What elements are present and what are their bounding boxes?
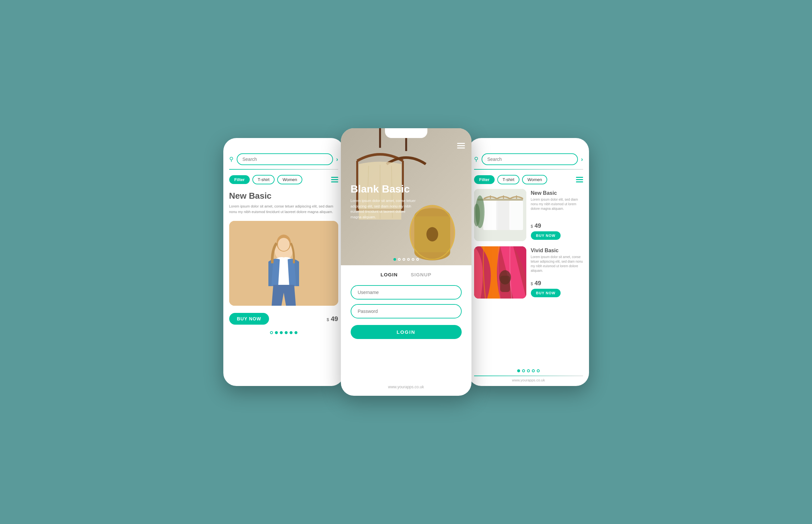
dots-row-left [223, 329, 344, 337]
phones-container: ⚲ › Filter T-shirt Women New Basic Lorem… [223, 128, 589, 396]
hero-title: Blank Basic [351, 183, 416, 195]
dot-6-left [294, 331, 298, 334]
dot-5-left [290, 331, 292, 334]
hero-dot-3 [402, 258, 405, 261]
divider-left [229, 169, 338, 170]
svg-rect-24 [483, 201, 498, 230]
center-menu-icon[interactable] [457, 143, 465, 148]
product-list-right: New Basic Lorem ipsum dolor elit, sed di… [468, 186, 589, 367]
hero-desc: Lorem ipsum dolor sit amet, conse tetuer… [351, 198, 416, 219]
product-info-2: Vivid Basic Lorem ipsum dolor sit amet, … [531, 246, 583, 298]
right-divider [474, 376, 583, 376]
rdot-1 [517, 369, 520, 372]
search-icon-left: ⚲ [229, 155, 234, 163]
fabrics-image [474, 246, 526, 298]
dot-2-left [275, 331, 278, 334]
hamburger-icon-right[interactable] [576, 177, 583, 182]
rdot-2 [522, 369, 525, 372]
arrow-right-icon-right[interactable]: › [581, 156, 583, 163]
product-item-1: New Basic Lorem ipsum dolor elit, sed di… [474, 189, 583, 241]
product-list-desc-1: Lorem ipsum dolor elit, sed diam nonu my… [531, 197, 583, 220]
hero-dot-4 [407, 258, 410, 261]
filter-row-left: Filter T-shirt Women [223, 173, 344, 186]
product-list-title-2: Vivid Basic [531, 248, 583, 253]
women-tag-left[interactable]: Women [277, 175, 302, 184]
search-bar-right: ⚲ › [468, 149, 589, 169]
filter-button-right[interactable]: Filter [474, 175, 495, 184]
product-section-left: New Basic Lorem ipsum dolor sit amet, co… [223, 186, 344, 218]
price-left: $ 49 [327, 315, 338, 323]
tshirt-tag-left[interactable]: T-shirt [252, 175, 275, 184]
login-button[interactable]: LOGIN [351, 325, 462, 339]
search-bar-left: ⚲ › [223, 149, 344, 169]
product-list-title-1: New Basic [531, 190, 583, 196]
hero-text-section: Blank Basic Lorem ipsum dolor sit amet, … [351, 183, 416, 219]
product-list-desc-2: Lorem ipsum dolor sit amet, conse tetuer… [531, 255, 583, 278]
search-input-right[interactable] [482, 153, 578, 165]
dot-3-left [280, 331, 283, 334]
women-tag-right[interactable]: Women [522, 175, 547, 184]
product-buy-button-1[interactable]: BUY NOW [531, 231, 561, 240]
right-website: www.yourapps.co.uk [468, 378, 589, 386]
signup-tab[interactable]: SIGNUP [411, 272, 432, 279]
divider-right [474, 169, 583, 170]
product-item-2: Vivid Basic Lorem ipsum dolor sit amet, … [474, 246, 583, 298]
hamburger-icon-left[interactable] [331, 177, 338, 182]
product-desc-left: Lorem ipsum dolor sit amet, conse tetuer… [229, 203, 338, 214]
product-buy-button-2[interactable]: BUY NOW [531, 289, 561, 297]
rdot-4 [532, 369, 535, 372]
product-image-1 [474, 189, 526, 241]
rdot-3 [527, 369, 530, 372]
filter-row-right: Filter T-shirt Women [468, 173, 589, 186]
product-title-left: New Basic [229, 191, 338, 201]
notch-right [509, 138, 548, 147]
password-input[interactable] [351, 304, 462, 318]
notch-left [264, 138, 303, 147]
hero-dot-6 [416, 258, 419, 261]
product-image-left [229, 221, 338, 306]
center-website: www.yourapps.co.uk [388, 378, 424, 389]
filter-button-left[interactable]: Filter [229, 175, 250, 184]
login-tab[interactable]: LOGIN [380, 272, 398, 279]
svg-point-11 [426, 227, 438, 242]
rdot-5 [537, 369, 540, 372]
tshirt-tag-right[interactable]: T-shirt [497, 175, 520, 184]
svg-rect-26 [509, 201, 523, 230]
product-image-2 [474, 246, 526, 298]
search-icon-right: ⚲ [474, 155, 478, 163]
login-tabs: LOGIN SIGNUP [380, 272, 431, 279]
hero-dots [341, 258, 472, 261]
username-input[interactable] [351, 285, 462, 299]
center-hero: Blank Basic Lorem ipsum dolor sit amet, … [341, 128, 472, 265]
search-input-left[interactable] [237, 153, 333, 165]
hero-dot-2 [398, 258, 401, 261]
hero-dot-5 [412, 258, 414, 261]
svg-rect-31 [500, 276, 510, 292]
phone-left: ⚲ › Filter T-shirt Women New Basic Lorem… [223, 138, 344, 386]
dots-row-right [468, 367, 589, 374]
svg-rect-25 [496, 201, 511, 230]
phone-right: ⚲ › Filter T-shirt Women [468, 138, 589, 386]
product-list-price-1: $ 49 [531, 223, 583, 229]
hero-dot-1 [394, 258, 396, 261]
dot-4-left [285, 331, 288, 334]
svg-point-4 [278, 238, 290, 251]
product-info-1: New Basic Lorem ipsum dolor elit, sed di… [531, 189, 583, 241]
login-section: LOGIN SIGNUP LOGIN www.yourapps.co.uk [341, 265, 472, 396]
buy-now-button-left[interactable]: BUY NOW [229, 313, 269, 325]
phone-center: Blank Basic Lorem ipsum dolor sit amet, … [341, 128, 472, 396]
buy-row-left: BUY NOW $ 49 [223, 309, 344, 329]
arrow-right-icon-left[interactable]: › [336, 156, 338, 163]
clothes-rack-image [474, 189, 526, 241]
notch-center [385, 128, 427, 138]
dot-1-left [270, 331, 273, 334]
product-list-price-2: $ 49 [531, 280, 583, 287]
